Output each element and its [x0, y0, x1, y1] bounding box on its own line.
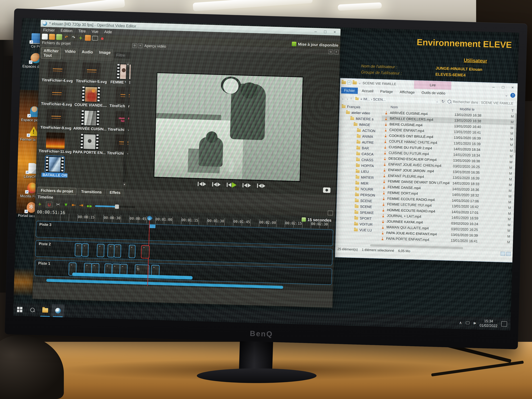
ribbon-tab[interactable]: Accueil	[359, 88, 376, 95]
ribbon-tab[interactable]: Partage	[377, 88, 396, 95]
checkmark-icon[interactable]: ✓	[347, 81, 351, 85]
toolbar-icon[interactable]	[42, 34, 48, 40]
taskbar-clock[interactable]: 15:34 01/02/2022	[479, 319, 498, 328]
project-file-item[interactable]: COUPE VIANDE....	[74, 86, 108, 110]
timeline-clip[interactable]	[107, 244, 115, 258]
filter-tab[interactable]: Afficher Tout	[41, 47, 61, 59]
timeline-tool-icon[interactable]	[72, 202, 76, 209]
update-available-badge[interactable]: ↓ Mise à jour disponible	[292, 42, 338, 47]
timeline-clip[interactable]	[141, 245, 150, 259]
toolbar-icon[interactable]	[92, 36, 98, 41]
chevron-down-icon[interactable]: ⌄	[358, 81, 361, 85]
taskbar-search-button[interactable]	[26, 303, 39, 317]
thumbnails-view-icon[interactable]	[506, 252, 511, 256]
toolbar-icon[interactable]	[56, 34, 62, 40]
timeline-clip[interactable]	[75, 243, 82, 257]
close-dock-icon[interactable]: ✕	[334, 50, 339, 54]
details-view-icon[interactable]	[500, 252, 505, 256]
project-file-item[interactable]: ARRIVÉE CUISIN...	[73, 109, 107, 134]
timeline-tool-icon[interactable]	[87, 203, 92, 209]
help-icon[interactable]: ?	[510, 93, 515, 98]
dock-tab[interactable]: Transitions	[78, 188, 105, 196]
ribbon-tab[interactable]: Outils de vidéo	[418, 89, 448, 96]
tree-folder-item[interactable]: VUE LU	[336, 226, 378, 234]
zoom-slider-knob[interactable]	[115, 204, 119, 209]
search-input[interactable]	[452, 100, 515, 106]
project-file-item[interactable]: TitreFichier-9.svg	[39, 108, 73, 133]
start-button[interactable]	[13, 303, 26, 316]
maximize-button[interactable]: □	[321, 29, 329, 34]
ribbon-tab[interactable]: Affichage	[397, 89, 418, 96]
project-file-item[interactable]: TitreFichier-4.svg	[41, 61, 74, 86]
minimize-button[interactable]: –	[490, 85, 497, 89]
playback-button[interactable]	[242, 182, 251, 189]
float-dock-icon[interactable]: ⧉	[328, 50, 333, 54]
timeline-clip[interactable]	[129, 245, 136, 258]
filter-tab[interactable]: Audio	[79, 48, 95, 60]
address-box[interactable]: « IM... › SCEN... ⌄	[353, 96, 440, 104]
menu-item[interactable]: Titre	[78, 29, 86, 33]
timeline-tool-icon[interactable]	[79, 202, 83, 209]
maximize-button[interactable]: □	[499, 85, 507, 90]
search-box[interactable]	[446, 98, 516, 107]
menu-item[interactable]: Édition	[61, 28, 72, 33]
timeline-tool-icon[interactable]	[46, 201, 53, 208]
volume-icon[interactable]: 🕪	[473, 321, 476, 325]
timeline-clip[interactable]	[97, 244, 105, 257]
menu-item[interactable]: Vue	[91, 29, 98, 34]
toolbar-icon[interactable]	[78, 35, 84, 41]
menu-item[interactable]: Fichier	[43, 28, 55, 32]
ribbon-collapse-icon[interactable]: ⌄	[505, 93, 508, 97]
project-file-item[interactable]: TitreFichier-5.svg	[75, 62, 109, 87]
close-dock-icon[interactable]: ✕	[138, 43, 143, 48]
project-file-item[interactable]: PAPA PORTE EN...	[72, 133, 107, 158]
dock-tab[interactable]: Fichiers du projet	[38, 187, 76, 195]
back-icon[interactable]: ←	[341, 96, 345, 101]
audio-waveform-bar[interactable]	[72, 272, 193, 279]
network-icon[interactable]: 🖵	[466, 321, 470, 325]
playback-button[interactable]	[227, 182, 236, 188]
project-file-item[interactable]: TitreFichier-11.svg	[38, 132, 72, 157]
timeline-clip[interactable]	[81, 243, 89, 257]
forward-history-icon[interactable]: ⌄	[347, 97, 349, 100]
timeline-tool-icon[interactable]	[63, 202, 68, 209]
timeline-tool-icon[interactable]	[56, 202, 60, 208]
close-button[interactable]: ×	[331, 30, 339, 34]
toolbar-icon[interactable]	[49, 34, 55, 40]
snapshot-camera-icon[interactable]	[323, 187, 330, 193]
timeline-clip[interactable]	[114, 244, 121, 258]
column-modified[interactable]: Modifié le	[460, 107, 500, 112]
menu-item[interactable]: Aide	[104, 30, 112, 34]
dock-tab[interactable]: Effets	[106, 189, 124, 196]
filter-tab[interactable]: Image	[96, 49, 113, 61]
playback-button[interactable]	[212, 181, 221, 188]
taskbar-openshot-button[interactable]	[51, 304, 65, 317]
playback-button[interactable]	[198, 181, 206, 187]
scroll-up-icon[interactable]: ▲	[126, 62, 130, 66]
up-icon[interactable]: ↑	[350, 96, 352, 101]
timeline-zoom-slider[interactable]	[95, 205, 135, 208]
project-file-item[interactable]: TitreFichier-6.svg	[40, 85, 74, 109]
notification-center-icon[interactable]	[501, 321, 507, 327]
float-dock-icon[interactable]: ⧉	[132, 43, 137, 48]
toolbar-icon[interactable]	[63, 34, 69, 40]
project-file-item[interactable]: BATAILLE OREIL...	[38, 156, 71, 180]
scroll-down-icon[interactable]: ▼	[123, 182, 126, 187]
playback-button[interactable]	[257, 183, 266, 189]
toolbar-icon[interactable]	[70, 34, 76, 40]
video-preview[interactable]	[153, 72, 304, 182]
toolbar-icon[interactable]	[85, 35, 91, 41]
contextual-tab-lire[interactable]: Lire	[414, 81, 451, 90]
close-button[interactable]: ×	[509, 85, 517, 90]
timeline-clip[interactable]	[149, 224, 156, 228]
ribbon-tab[interactable]: Fichier	[341, 87, 358, 94]
chevron-down-icon[interactable]: ⌄	[436, 99, 439, 103]
tray-chevron-up-icon[interactable]: ∧	[459, 320, 462, 325]
refresh-icon[interactable]: ↻	[441, 99, 445, 104]
minimize-button[interactable]: –	[312, 29, 320, 34]
taskbar-explorer-button[interactable]	[39, 304, 52, 317]
timeline-tool-icon[interactable]	[37, 201, 42, 208]
toolbar-icon[interactable]	[99, 35, 105, 41]
filter-tab[interactable]: Vidéo	[62, 48, 78, 60]
timeline-expand-icon[interactable]	[328, 210, 333, 215]
